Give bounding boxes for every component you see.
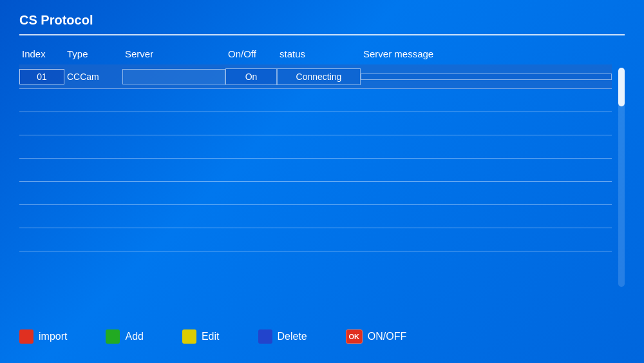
cell-index-8 [19, 237, 64, 242]
cell-server-6 [122, 191, 225, 196]
cell-server-5 [122, 168, 225, 173]
cell-index-2 [19, 98, 64, 103]
cell-type-6 [64, 191, 122, 196]
content-area: Index Type Server On/Off status Server m… [19, 48, 625, 287]
table-row[interactable] [19, 182, 612, 205]
cell-server-1 [122, 69, 225, 84]
add-button[interactable]: Add [106, 329, 143, 344]
title-bar: CS Protocol [19, 13, 625, 35]
cell-message-8 [361, 237, 612, 242]
cell-status-8 [277, 237, 361, 242]
page-title: CS Protocol [19, 13, 93, 27]
table-row[interactable] [19, 112, 612, 135]
cell-type-1: CCCam [64, 69, 122, 84]
ok-button-icon: OK [346, 329, 363, 344]
cell-message-4 [361, 144, 612, 150]
cell-onoff-8 [225, 237, 277, 242]
col-message: Server message [361, 48, 612, 59]
cell-status-3 [277, 121, 361, 126]
cell-onoff-1: On [225, 68, 277, 85]
col-onoff: On/Off [225, 48, 277, 59]
cell-onoff-3 [225, 121, 277, 126]
cell-index-6 [19, 191, 64, 196]
green-button-icon [106, 329, 120, 344]
cell-type-8 [64, 237, 122, 242]
cell-onoff-7 [225, 214, 277, 219]
table-row[interactable] [19, 205, 612, 228]
cell-type-2 [64, 98, 122, 103]
cell-server-4 [122, 144, 225, 150]
import-button[interactable]: import [19, 329, 67, 344]
cell-index-4 [19, 144, 64, 150]
table-row[interactable]: 01 CCCam On Connecting [19, 64, 612, 89]
cell-server-7 [122, 214, 225, 219]
col-status: status [277, 48, 361, 59]
cell-onoff-2 [225, 98, 277, 103]
col-server: Server [122, 48, 225, 59]
cell-index-3 [19, 121, 64, 126]
scrollbar-thumb[interactable] [618, 68, 625, 106]
cell-status-1: Connecting [277, 68, 361, 85]
delete-label: Delete [278, 331, 307, 342]
main-container: CS Protocol Index Type Server On/Off sta… [0, 0, 644, 363]
col-index: Index [19, 48, 64, 59]
cell-message-5 [361, 168, 612, 173]
table-row[interactable] [19, 228, 612, 251]
cell-status-5 [277, 168, 361, 173]
cell-message-1 [361, 74, 612, 80]
table-row[interactable] [19, 89, 612, 112]
cell-onoff-5 [225, 168, 277, 173]
table-header: Index Type Server On/Off status Server m… [19, 48, 612, 64]
cell-server-2 [122, 98, 225, 103]
add-label: Add [125, 331, 143, 342]
edit-button[interactable]: Edit [182, 329, 220, 344]
cell-type-4 [64, 144, 122, 150]
onoff-label: ON/OFF [368, 331, 406, 342]
cell-status-7 [277, 214, 361, 219]
cell-message-6 [361, 191, 612, 196]
cell-server-8 [122, 237, 225, 242]
delete-button[interactable]: Delete [258, 329, 307, 344]
cell-message-7 [361, 214, 612, 219]
import-label: import [39, 331, 67, 342]
cell-onoff-6 [225, 191, 277, 196]
cell-index-5 [19, 168, 64, 173]
cell-status-4 [277, 144, 361, 150]
footer: import Add Edit Delete OK ON/OFF [19, 329, 625, 344]
cell-type-7 [64, 214, 122, 219]
blue-button-icon [258, 329, 272, 344]
edit-label: Edit [202, 331, 220, 342]
cell-message-3 [361, 121, 612, 126]
table-row[interactable] [19, 135, 612, 159]
red-button-icon [19, 329, 33, 344]
onoff-button[interactable]: OK ON/OFF [346, 329, 406, 344]
cell-index-7 [19, 214, 64, 219]
cell-index-1: 01 [19, 69, 64, 84]
table-section: Index Type Server On/Off status Server m… [19, 48, 612, 287]
cell-onoff-4 [225, 144, 277, 150]
cell-status-2 [277, 98, 361, 103]
cell-type-3 [64, 121, 122, 126]
cell-message-2 [361, 98, 612, 103]
table-row[interactable] [19, 159, 612, 182]
cell-type-5 [64, 168, 122, 173]
yellow-button-icon [182, 329, 196, 344]
cell-status-6 [277, 191, 361, 196]
cell-server-3 [122, 121, 225, 126]
scrollbar[interactable] [618, 68, 625, 287]
col-type: Type [64, 48, 122, 59]
